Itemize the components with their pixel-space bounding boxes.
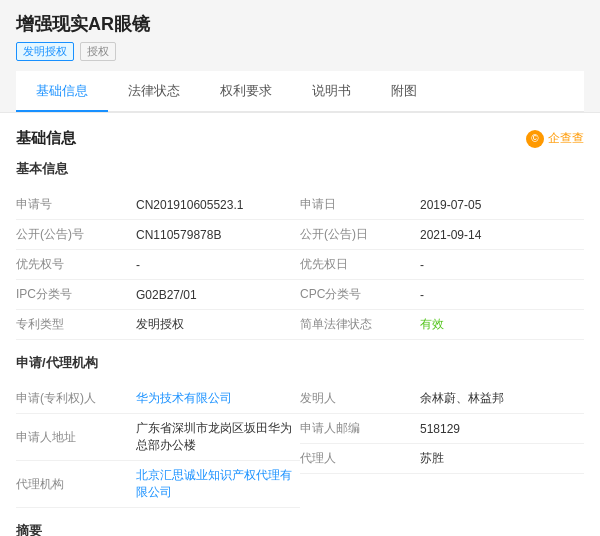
- value-cpc: -: [420, 288, 584, 302]
- label-cpc: CPC分类号: [300, 286, 420, 303]
- tab-claims[interactable]: 权利要求: [200, 72, 292, 112]
- section-header: 基础信息 © 企查查: [16, 129, 584, 148]
- qichacha-icon: ©: [526, 130, 544, 148]
- row-postcode: 申请人邮编 518129: [300, 414, 584, 444]
- tab-drawings[interactable]: 附图: [371, 72, 437, 112]
- agent-info-title: 申请/代理机构: [16, 354, 584, 376]
- value-priority-number: -: [136, 258, 300, 272]
- label-agency: 代理机构: [16, 476, 136, 493]
- section-title: 基础信息: [16, 129, 76, 148]
- basic-info-left: 申请号 CN201910605523.1 公开(公告)号 CN110579878…: [16, 190, 300, 340]
- label-application-number: 申请号: [16, 196, 136, 213]
- page-title: 增强现实AR眼镜: [16, 12, 584, 36]
- row-inventor: 发明人 余林蔚、林益邦: [300, 384, 584, 414]
- summary-section: 摘要 本申请实施例提供一种增强现实AR眼镜，包括两镜框和调节组件，该调节组件与两…: [16, 522, 584, 536]
- summary-title: 摘要: [16, 522, 42, 536]
- value-inventor: 余林蔚、林益邦: [420, 390, 584, 407]
- row-cpc: CPC分类号 -: [300, 280, 584, 310]
- basic-info-title: 基本信息: [16, 160, 584, 182]
- page-header: 增强现实AR眼镜 发明授权 授权 基础信息 法律状态 权利要求 说明书 附图: [0, 0, 600, 113]
- row-ipc: IPC分类号 G02B27/01: [16, 280, 300, 310]
- row-publication-date: 公开(公告)日 2021-09-14: [300, 220, 584, 250]
- tab-bar: 基础信息 法律状态 权利要求 说明书 附图: [16, 71, 584, 112]
- label-priority-date: 优先权日: [300, 256, 420, 273]
- tab-legal-status[interactable]: 法律状态: [108, 72, 200, 112]
- label-application-date: 申请日: [300, 196, 420, 213]
- value-legal-status: 有效: [420, 316, 584, 333]
- label-agent-person: 代理人: [300, 450, 420, 467]
- tag-list: 发明授权 授权: [16, 42, 584, 61]
- row-patent-type: 专利类型 发明授权: [16, 310, 300, 340]
- label-priority-number: 优先权号: [16, 256, 136, 273]
- row-priority-number: 优先权号 -: [16, 250, 300, 280]
- value-publication-date: 2021-09-14: [420, 228, 584, 242]
- label-address: 申请人地址: [16, 429, 136, 446]
- tag-authorized[interactable]: 授权: [80, 42, 116, 61]
- qichacha-badge[interactable]: © 企查查: [526, 130, 584, 148]
- value-applicant[interactable]: 华为技术有限公司: [136, 390, 300, 407]
- tab-description[interactable]: 说明书: [292, 72, 371, 112]
- agent-info-grid: 申请(专利权)人 华为技术有限公司 申请人地址 广东省深圳市龙岗区坂田华为总部办…: [16, 384, 584, 508]
- label-applicant: 申请(专利权)人: [16, 390, 136, 407]
- row-agency: 代理机构 北京汇思诚业知识产权代理有限公司: [16, 461, 300, 508]
- tab-basic-info[interactable]: 基础信息: [16, 72, 108, 112]
- row-priority-date: 优先权日 -: [300, 250, 584, 280]
- agent-info-left: 申请(专利权)人 华为技术有限公司 申请人地址 广东省深圳市龙岗区坂田华为总部办…: [16, 384, 300, 508]
- row-application-date: 申请日 2019-07-05: [300, 190, 584, 220]
- label-legal-status: 简单法律状态: [300, 316, 420, 333]
- basic-info-grid: 申请号 CN201910605523.1 公开(公告)号 CN110579878…: [16, 190, 584, 340]
- summary-title-wrapper: 摘要: [16, 522, 584, 536]
- label-postcode: 申请人邮编: [300, 420, 420, 437]
- value-ipc: G02B27/01: [136, 288, 300, 302]
- value-agency[interactable]: 北京汇思诚业知识产权代理有限公司: [136, 467, 300, 501]
- row-applicant: 申请(专利权)人 华为技术有限公司: [16, 384, 300, 414]
- label-publication-number: 公开(公告)号: [16, 226, 136, 243]
- value-application-date: 2019-07-05: [420, 198, 584, 212]
- row-agent-person: 代理人 苏胜: [300, 444, 584, 474]
- value-priority-date: -: [420, 258, 584, 272]
- row-address: 申请人地址 广东省深圳市龙岗区坂田华为总部办公楼: [16, 414, 300, 461]
- label-ipc: IPC分类号: [16, 286, 136, 303]
- row-publication-number: 公开(公告)号 CN110579878B: [16, 220, 300, 250]
- value-address: 广东省深圳市龙岗区坂田华为总部办公楼: [136, 420, 300, 454]
- tag-invention[interactable]: 发明授权: [16, 42, 74, 61]
- value-postcode: 518129: [420, 422, 584, 436]
- label-inventor: 发明人: [300, 390, 420, 407]
- agent-info-right: 发明人 余林蔚、林益邦 申请人邮编 518129 代理人 苏胜: [300, 384, 584, 508]
- row-application-number: 申请号 CN201910605523.1: [16, 190, 300, 220]
- value-application-number: CN201910605523.1: [136, 198, 300, 212]
- label-patent-type: 专利类型: [16, 316, 136, 333]
- value-publication-number: CN110579878B: [136, 228, 300, 242]
- value-agent-person: 苏胜: [420, 450, 584, 467]
- qichacha-label: 企查查: [548, 130, 584, 147]
- basic-info-right: 申请日 2019-07-05 公开(公告)日 2021-09-14 优先权日 -…: [300, 190, 584, 340]
- value-patent-type: 发明授权: [136, 316, 300, 333]
- label-publication-date: 公开(公告)日: [300, 226, 420, 243]
- main-content: 基础信息 © 企查查 基本信息 申请号 CN201910605523.1 公开(…: [0, 113, 600, 536]
- row-legal-status: 简单法律状态 有效: [300, 310, 584, 340]
